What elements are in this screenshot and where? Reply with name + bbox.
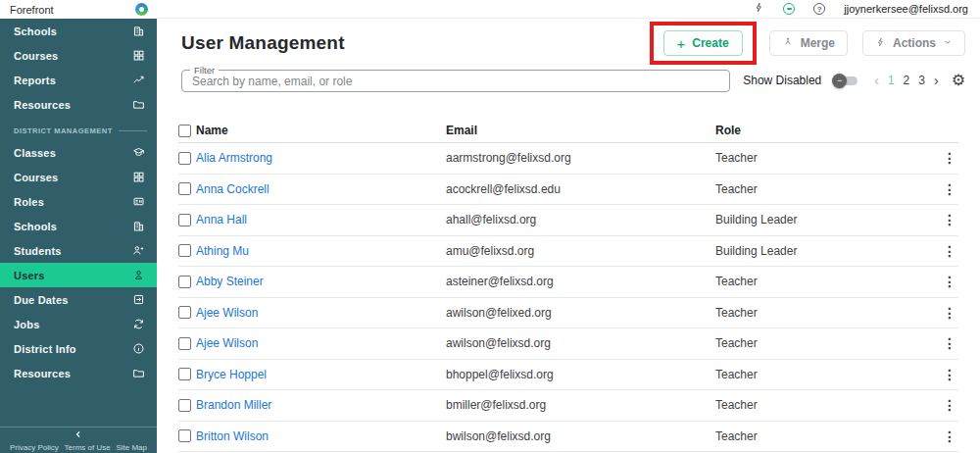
chevron-down-icon [943, 36, 953, 50]
plus-icon: + [677, 36, 686, 51]
users-table: Name Email Role Alia Armstrong aarmstron… [178, 119, 958, 452]
pagination: ‹ 1 2 3 › [874, 74, 938, 87]
row-menu-icon[interactable]: ⋮ [943, 244, 958, 258]
row-menu-icon[interactable]: ⋮ [943, 306, 958, 320]
sidebar-item-resources[interactable]: Resources [0, 92, 157, 117]
filter-field[interactable]: Filter [181, 70, 730, 92]
info-icon [132, 342, 145, 355]
row-menu-icon[interactable]: ⋮ [943, 182, 958, 196]
user-name-link[interactable]: Ajee Wilson [196, 306, 446, 320]
merge-icon [782, 35, 794, 51]
sidebar-item-courses[interactable]: Courses [0, 43, 157, 68]
sidebar-item-label: Due Dates [14, 294, 69, 306]
row-checkbox[interactable] [178, 276, 191, 288]
building-icon [132, 220, 145, 232]
filter-search-input[interactable] [192, 75, 719, 88]
sidebar-item-label: District Info [14, 343, 76, 355]
row-checkbox[interactable] [178, 368, 191, 380]
row-checkbox[interactable] [178, 244, 191, 257]
row-checkbox[interactable] [178, 306, 191, 319]
show-disabled-toggle[interactable]: − [832, 74, 859, 88]
table-row: Anna Hall ahall@felixsd.org Building Lea… [178, 205, 958, 236]
site-map-link[interactable]: Site Map [116, 443, 147, 453]
user-name-link[interactable]: Ajee Wilson [196, 336, 446, 350]
actions-button[interactable]: Actions [862, 30, 965, 56]
user-name-link[interactable]: Anna Cockrell [196, 182, 446, 196]
lightning-icon[interactable] [754, 0, 764, 18]
user-name-link[interactable]: Bryce Hoppel [196, 368, 446, 381]
sidebar-item-roles[interactable]: Roles [0, 189, 157, 214]
user-name-link[interactable]: Athing Mu [196, 244, 446, 258]
row-menu-icon[interactable]: ⋮ [943, 336, 958, 350]
user-name-link[interactable]: Anna Hall [196, 213, 446, 226]
user-role: Building Leader [715, 244, 939, 258]
sidebar-item-schools[interactable]: Schools [0, 19, 157, 43]
user-name-link[interactable]: Abby Steiner [196, 275, 446, 288]
page-2-button[interactable]: 2 [904, 74, 910, 87]
row-menu-icon[interactable]: ⋮ [943, 275, 958, 288]
column-header-name[interactable]: Name [196, 124, 446, 137]
row-menu-icon[interactable]: ⋮ [943, 213, 958, 226]
show-disabled-label: Show Disabled [743, 74, 821, 87]
user-email: bhoppel@felixsd.org [446, 368, 715, 381]
user-role: Teacher [715, 368, 939, 381]
prev-page-icon[interactable]: ‹ [874, 74, 879, 87]
row-checkbox[interactable] [178, 337, 191, 350]
collapse-sidebar-button[interactable] [0, 427, 157, 443]
sidebar-item-classes[interactable]: Classes [0, 140, 157, 165]
forefront-logo-icon [135, 3, 148, 16]
user-role: Teacher [715, 182, 939, 196]
sidebar-item-due-dates[interactable]: Due Dates [0, 287, 157, 312]
terms-of-use-link[interactable]: Terms of Use [65, 443, 111, 453]
sidebar-item-reports[interactable]: Reports [0, 68, 157, 92]
sidebar-item-label: Resources [14, 368, 71, 379]
next-page-icon[interactable]: › [934, 74, 939, 87]
sidebar-item-label: Roles [14, 196, 44, 208]
column-header-role[interactable]: Role [715, 124, 939, 137]
lightning-icon [875, 36, 886, 51]
sidebar-item-resources-district[interactable]: Resources [0, 361, 157, 385]
row-checkbox[interactable] [178, 152, 191, 165]
table-row: Brandon Miller bmiller@felixsd.org Teach… [178, 390, 958, 422]
person-add-icon [132, 244, 145, 257]
row-menu-icon[interactable]: ⋮ [943, 151, 958, 165]
column-header-email[interactable]: Email [446, 124, 715, 137]
row-checkbox[interactable] [178, 214, 191, 226]
sidebar-item-courses-district[interactable]: Courses [0, 165, 157, 189]
sidebar-item-jobs[interactable]: Jobs [0, 312, 157, 336]
sidebar-item-students[interactable]: Students [0, 238, 157, 263]
create-button[interactable]: + Create [663, 30, 743, 56]
user-email: ahall@felixsd.org [446, 213, 715, 226]
sidebar-item-district-info[interactable]: District Info [0, 336, 157, 361]
merge-button[interactable]: Merge [769, 30, 848, 56]
row-checkbox[interactable] [178, 399, 191, 412]
privacy-policy-link[interactable]: Privacy Policy [10, 443, 59, 453]
sidebar-item-schools-district[interactable]: Schools [0, 214, 157, 238]
user-email: awilson@felixed.org [446, 306, 715, 320]
section-label-text: DISTRICT MANAGEMENT [14, 126, 113, 135]
row-menu-icon[interactable]: ⋮ [943, 429, 958, 443]
sidebar-item-label: Schools [14, 25, 57, 37]
table-row: Ajee Wilson awilson@felixed.org Teacher … [178, 298, 958, 329]
user-name-link[interactable]: Alia Armstrong [196, 151, 446, 165]
row-menu-icon[interactable]: ⋮ [943, 398, 958, 412]
user-name-link[interactable]: Britton Wilson [196, 429, 446, 443]
help-icon[interactable]: ? [813, 3, 825, 15]
row-checkbox[interactable] [178, 429, 191, 442]
user-name-link[interactable]: Brandon Miller [196, 398, 446, 412]
gear-icon[interactable]: ⚙ [952, 73, 965, 88]
row-menu-icon[interactable]: ⋮ [943, 368, 958, 381]
grid-icon [132, 171, 145, 183]
merge-button-label: Merge [801, 36, 835, 50]
page-3-button[interactable]: 3 [918, 74, 925, 87]
user-email: bwilson@felixsd.org [446, 429, 715, 443]
history-icon[interactable] [783, 3, 795, 15]
sidebar-item-users[interactable]: Users [0, 263, 157, 287]
row-checkbox[interactable] [178, 182, 191, 195]
user-role: Teacher [715, 429, 939, 443]
page-1-button[interactable]: 1 [888, 74, 895, 87]
select-all-checkbox[interactable] [178, 125, 191, 137]
user-role: Teacher [715, 398, 939, 412]
actions-button-label: Actions [893, 36, 936, 50]
user-email-menu[interactable]: jjoynerkersee@felixsd.org [844, 3, 968, 15]
